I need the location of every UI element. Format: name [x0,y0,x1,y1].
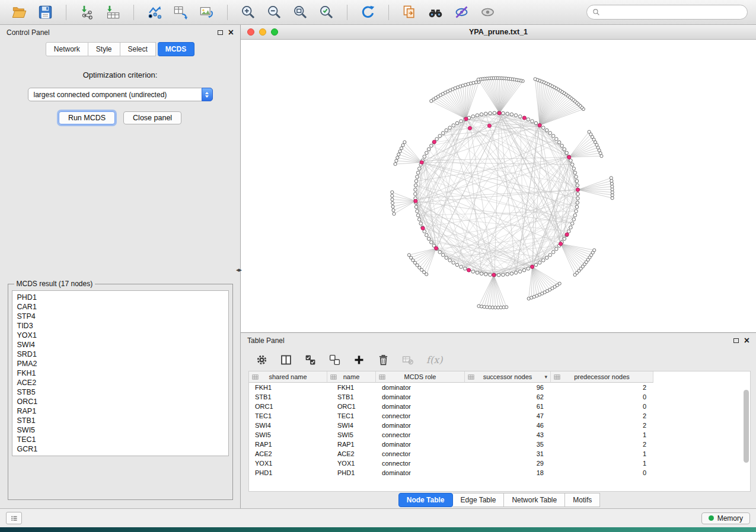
refresh-network-button[interactable] [357,3,379,22]
minimize-window-button[interactable] [259,28,266,36]
maximize-window-button[interactable] [271,28,278,36]
mcds-result-item[interactable]: TID3 [12,321,228,331]
export-image-button[interactable] [196,3,218,22]
memory-button[interactable]: Memory [701,512,750,524]
float-panel-icon[interactable] [218,30,223,35]
open-file-icon [11,4,27,20]
table-scrollbar[interactable] [744,384,749,488]
right-pane: YPA_prune.txt_1 Table Panel × f(x) [241,25,756,508]
select-all-button[interactable] [302,352,318,367]
zoom-fit-button[interactable] [289,3,311,22]
tab-network-table[interactable]: Network Table [504,493,565,507]
column-menu-arrow-icon[interactable]: ▾ [544,374,547,380]
deselect-all-icon [328,354,341,366]
zoom-out-icon [266,4,282,20]
delete-table-button [400,352,415,367]
table-scrollbar-thumb[interactable] [744,390,749,463]
import-table-from-file-button[interactable] [102,3,124,22]
mcds-result-item[interactable]: STB5 [12,387,228,397]
mcds-result-item[interactable]: STB1 [12,416,228,425]
criterion-dropdown[interactable]: largest connected component (undirected) [28,88,213,101]
splitter-handle[interactable]: ◀▶ [236,268,241,273]
tab-edge-table[interactable]: Edge Table [453,493,505,507]
zoom-selected-button[interactable] [315,3,337,22]
network-canvas[interactable] [241,40,756,332]
mcds-result-item[interactable]: SWI4 [12,340,228,350]
mcds-result-item[interactable]: PMA2 [12,359,228,368]
table-row[interactable]: FKH1FKH1dominator962 [249,383,750,392]
add-column-button[interactable] [351,352,366,367]
import-network-from-file-button[interactable] [76,3,98,22]
column-header-name[interactable]: name [327,371,376,383]
table-row[interactable]: SWI5SWI5connector431 [249,430,750,440]
table-toolbar-buttons [254,352,415,367]
table-row[interactable]: RAP1RAP1dominator352 [249,440,750,449]
show-columns-button[interactable] [278,352,294,367]
open-file-button[interactable] [8,3,30,22]
share-network-button[interactable] [143,3,165,22]
table-row[interactable]: ORC1ORC1dominator610 [249,402,750,411]
delete-column-icon [377,354,390,366]
tab-mcds[interactable]: MCDS [158,42,194,56]
mcds-result-item[interactable]: SWI5 [12,425,228,435]
close-panel-button[interactable]: Close panel [123,111,181,124]
zoom-in-button[interactable] [237,3,259,22]
tab-select[interactable]: Select [120,42,156,56]
zoom-out-button[interactable] [263,3,285,22]
save-session-button[interactable] [34,3,56,22]
log-console-button[interactable] [6,512,22,524]
delete-column-button[interactable] [375,352,391,367]
mcds-result-item[interactable]: GCR1 [12,444,228,454]
close-panel-icon[interactable]: × [228,28,234,37]
add-column-icon [353,354,365,366]
table-row[interactable]: TEC1TEC1connector472 [249,411,750,421]
new-network-table-button[interactable] [170,3,192,22]
float-table-panel-icon[interactable] [733,338,739,343]
mcds-result-item[interactable]: YOX1 [12,331,228,340]
column-header-predecessor-nodes[interactable]: predecessor nodes [551,371,653,383]
close-table-panel-icon[interactable]: × [744,336,749,345]
table-settings-button[interactable] [254,352,269,367]
column-header-successor-nodes[interactable]: successor nodes▾ [465,371,551,383]
mcds-result-item[interactable]: ORC1 [12,397,228,406]
table-row[interactable]: ACE2ACE2connector311 [249,449,750,459]
control-panel-title: Control Panel [7,28,50,37]
show-elements-button[interactable] [477,3,499,22]
clone-network-button[interactable] [398,3,420,22]
column-header-MCDS-role[interactable]: MCDS role [376,371,465,383]
binoculars-find-button[interactable] [425,3,446,22]
tab-network[interactable]: Network [46,42,88,56]
table-row[interactable]: YOX1YOX1connector291 [249,459,750,468]
table-cell: YOX1 [327,459,376,468]
column-header-shared-name[interactable]: shared name [249,371,327,383]
mcds-result-item[interactable]: STP4 [12,312,228,321]
mcds-result-item[interactable]: FKH1 [12,368,228,378]
table-row[interactable]: SWI4SWI4dominator462 [249,421,750,430]
search-box[interactable] [586,5,748,20]
mcds-result-item[interactable]: ACE2 [12,378,228,387]
table-cell: ACE2 [249,449,327,459]
network-graph[interactable] [241,40,756,332]
tab-motifs[interactable]: Motifs [565,493,600,507]
table-cell: 2 [551,411,653,421]
run-mcds-button[interactable]: Run MCDS [59,111,115,124]
table-cell: connector [376,449,465,459]
tab-node-table[interactable]: Node Table [398,493,453,507]
close-window-button[interactable] [247,28,254,36]
mcds-result-item[interactable]: RAP1 [12,406,228,416]
show-elements-icon [480,4,496,20]
mcds-result-item[interactable]: TEC1 [12,435,228,444]
table-cell: dominator [376,392,465,402]
fx-builder-button[interactable]: f(x) [426,354,442,366]
tab-style[interactable]: Style [88,42,120,56]
mcds-result-item[interactable]: CAR1 [12,302,228,312]
table-row[interactable]: STB1STB1dominator620 [249,392,750,402]
hide-elements-button[interactable] [451,3,473,22]
mcds-result-item[interactable]: SRD1 [12,350,228,359]
deselect-all-button[interactable] [327,352,342,367]
table-cell: dominator [376,440,465,449]
network-titlebar[interactable]: YPA_prune.txt_1 [241,25,756,40]
mcds-result-item[interactable]: PHD1 [12,293,228,302]
table-row[interactable]: PHD1PHD1dominator180 [249,468,750,477]
search-input[interactable] [604,8,742,17]
